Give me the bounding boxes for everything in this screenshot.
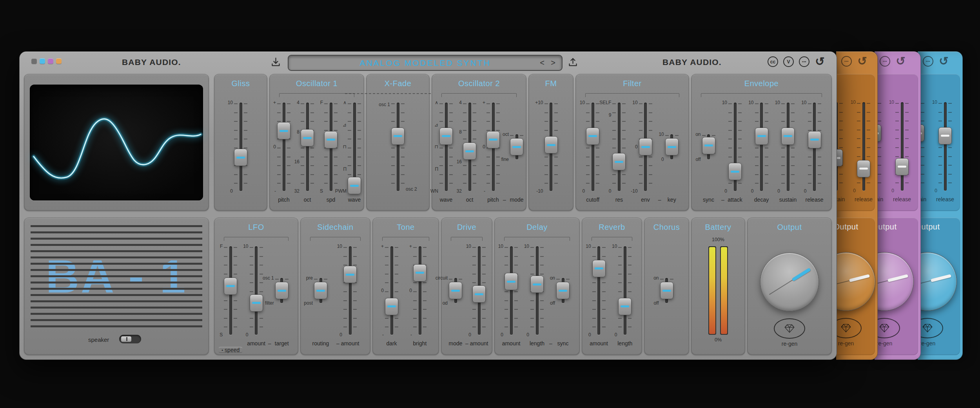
slider-handle-reverb-amount[interactable] — [592, 260, 606, 277]
slider-track[interactable] — [618, 103, 621, 191]
undo-icon[interactable]: ↺ — [938, 56, 949, 67]
prev-preset-icon[interactable]: < — [540, 56, 544, 70]
slider-handle-osc2-pitch[interactable] — [486, 131, 500, 148]
more-options-icon[interactable]: ••• — [880, 56, 890, 67]
window-dot-gray[interactable] — [31, 58, 37, 64]
slider-handle-line — [512, 146, 521, 148]
output-knob[interactable] — [918, 252, 957, 311]
more-options-icon[interactable]: ••• — [923, 56, 933, 67]
slider-track[interactable] — [390, 246, 393, 335]
slider-track[interactable] — [597, 246, 600, 335]
slider-track[interactable] — [760, 103, 763, 191]
re-gen-button[interactable] — [875, 318, 900, 338]
slider-handle-osc2-mode[interactable] — [510, 138, 523, 155]
undo-icon[interactable]: ↺ — [895, 56, 906, 67]
save-preset-icon[interactable] — [270, 57, 281, 67]
slider-sync: onoff — [697, 101, 720, 195]
slider-handle-lfo-speed[interactable] — [224, 278, 237, 295]
slider-handle-gliss[interactable] — [234, 149, 247, 166]
slider-handle-delay-amount[interactable] — [505, 273, 518, 290]
output-knob[interactable] — [875, 252, 914, 311]
cascaded-window-purple[interactable]: •••↺100sustain100releaseOutputre-gen — [875, 51, 921, 360]
slider-handle-orange-release[interactable] — [857, 160, 870, 177]
slider-handle-delay-sync[interactable] — [556, 282, 570, 299]
slider-handle-lfo-target[interactable] — [275, 282, 289, 299]
slider-track[interactable] — [787, 103, 789, 191]
slider-handle-orange-sustain[interactable] — [836, 149, 843, 166]
window-dot-blue[interactable] — [40, 58, 45, 64]
undo-icon[interactable]: ↺ — [815, 56, 825, 67]
slider-track[interactable] — [255, 246, 258, 335]
slider-handle-sc-amount[interactable] — [343, 266, 357, 283]
slider-handle-bright[interactable] — [413, 264, 426, 282]
slider-handle-purple-release[interactable] — [895, 158, 909, 175]
cascaded-window-orange[interactable]: •••↺100sustain100releaseOutputre-gen — [836, 51, 878, 360]
slider-handle-sync[interactable] — [702, 137, 715, 154]
slider-track[interactable] — [283, 103, 285, 191]
scale-label: - — [410, 332, 412, 338]
slider-handle-fm[interactable] — [544, 136, 558, 153]
output-knob[interactable] — [760, 253, 819, 311]
slider-handle-osc1-pitch[interactable] — [277, 122, 290, 139]
slider-handle-osc1-spd[interactable] — [324, 131, 338, 148]
scale-label: 0 — [381, 288, 384, 293]
re-gen-label: re-gen — [782, 341, 797, 347]
slider-track[interactable] — [592, 103, 594, 191]
slider-track[interactable] — [510, 246, 513, 335]
preset-bar[interactable]: ANALOG MODELED SYNTH < > — [288, 55, 563, 71]
slider-handle-cutoff[interactable] — [586, 128, 599, 145]
slider-track[interactable] — [349, 246, 352, 335]
slider-handle-drive-mode[interactable] — [449, 282, 462, 299]
slider-handle-delay-length[interactable] — [530, 276, 544, 293]
load-preset-icon[interactable] — [568, 57, 578, 67]
tick-marks — [938, 103, 942, 190]
slider-handle-osc2-wave[interactable] — [439, 128, 453, 145]
scale-label: - — [382, 332, 384, 338]
next-preset-icon[interactable]: > — [551, 56, 555, 70]
slider-handle-attack[interactable] — [728, 163, 742, 180]
re-gen-button[interactable] — [918, 318, 943, 338]
slider-handle-res[interactable] — [612, 153, 626, 170]
window-dot-purple[interactable] — [48, 58, 53, 64]
re-gen-button[interactable] — [774, 318, 805, 339]
slider-track[interactable] — [306, 103, 309, 191]
slider-handle-key[interactable] — [665, 138, 679, 155]
slider-handle-blue-release[interactable] — [938, 127, 952, 144]
cc-icon[interactable]: cc — [768, 56, 778, 67]
more-options-icon[interactable]: ••• — [841, 56, 852, 67]
slider-handle-reverb-length[interactable] — [618, 298, 632, 315]
slider-handle-dark[interactable] — [385, 298, 398, 315]
slider-handle-line — [327, 139, 335, 141]
output-knob[interactable] — [836, 252, 875, 311]
more-options-icon[interactable]: ••• — [799, 56, 809, 67]
slider-track[interactable] — [944, 102, 947, 191]
slider-handle-drive-amount[interactable] — [472, 285, 486, 303]
version-icon[interactable]: V — [783, 56, 794, 67]
slider-track[interactable] — [240, 103, 242, 191]
slider-handle-xfade[interactable] — [391, 128, 405, 145]
slider-track[interactable] — [901, 102, 904, 191]
slider-handle-osc2-oct[interactable] — [463, 143, 476, 160]
slider-handle-osc1-wave[interactable] — [348, 177, 361, 194]
slider-track[interactable] — [624, 246, 626, 335]
slider-track[interactable] — [419, 246, 421, 335]
speaker-toggle[interactable] — [119, 335, 141, 343]
slider-track[interactable] — [862, 102, 865, 191]
control-label-decay: decay — [750, 197, 773, 203]
slider-track[interactable] — [397, 103, 399, 191]
undo-icon[interactable]: ↺ — [857, 56, 867, 67]
slider-delay-sync: onoff — [551, 245, 575, 339]
slider-handle-sustain[interactable] — [781, 128, 795, 145]
slider-handle-lfo-amount[interactable] — [250, 294, 263, 312]
slider-handle-decay[interactable] — [755, 128, 768, 145]
slider-handle-osc1-oct[interactable] — [301, 129, 314, 146]
cascaded-window-blue[interactable]: •••↺100sustain100releaseOutputre-gen — [918, 51, 963, 360]
speaker-toggle-handle[interactable] — [121, 336, 131, 342]
slider-handle-env[interactable] — [639, 138, 652, 155]
slider-handle-sc-routing[interactable] — [314, 282, 327, 299]
slider-handle-release[interactable] — [808, 131, 821, 148]
re-gen-button[interactable] — [836, 318, 862, 338]
window-dot-orange[interactable] — [56, 58, 62, 64]
slider-handle-chorus[interactable] — [660, 282, 673, 299]
slider-track[interactable] — [445, 103, 448, 191]
